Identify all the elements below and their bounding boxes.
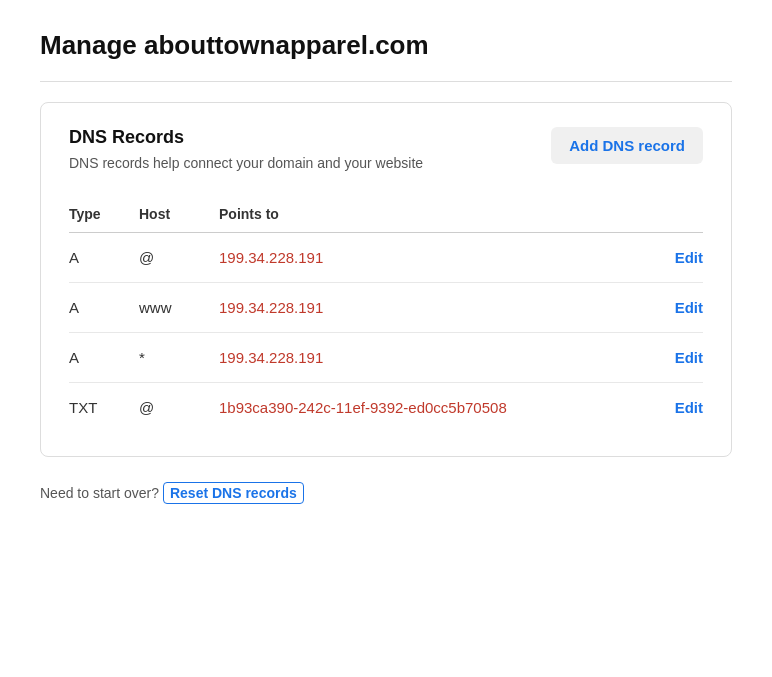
reset-dns-records-link[interactable]: Reset DNS records [163, 482, 304, 504]
cell-type: A [69, 332, 139, 382]
dns-table: Type Host Points to A@199.34.228.191Edit… [69, 198, 703, 432]
table-row: A@199.34.228.191Edit [69, 232, 703, 282]
col-header-action [660, 198, 703, 233]
edit-button[interactable]: Edit [675, 299, 703, 316]
cell-type: A [69, 282, 139, 332]
col-header-type: Type [69, 198, 139, 233]
edit-button[interactable]: Edit [675, 399, 703, 416]
cell-points-to: 199.34.228.191 [219, 332, 660, 382]
card-header-left: DNS Records DNS records help connect you… [69, 127, 423, 174]
card-description: DNS records help connect your domain and… [69, 154, 423, 174]
cell-points-to: 199.34.228.191 [219, 282, 660, 332]
col-header-points-to: Points to [219, 198, 660, 233]
page-title: Manage abouttownapparel.com [40, 30, 732, 61]
cell-host: * [139, 332, 219, 382]
cell-points-to: 199.34.228.191 [219, 232, 660, 282]
edit-button[interactable]: Edit [675, 249, 703, 266]
card-header: DNS Records DNS records help connect you… [69, 127, 703, 174]
cell-action: Edit [660, 382, 703, 432]
top-divider [40, 81, 732, 82]
cell-action: Edit [660, 282, 703, 332]
table-row: A*199.34.228.191Edit [69, 332, 703, 382]
table-header-row: Type Host Points to [69, 198, 703, 233]
cell-host: www [139, 282, 219, 332]
footer-section: Need to start over? Reset DNS records [40, 485, 732, 501]
cell-host: @ [139, 382, 219, 432]
add-dns-record-button[interactable]: Add DNS record [551, 127, 703, 164]
card-heading: DNS Records [69, 127, 423, 148]
dns-records-card: DNS Records DNS records help connect you… [40, 102, 732, 457]
cell-host: @ [139, 232, 219, 282]
cell-action: Edit [660, 332, 703, 382]
cell-type: TXT [69, 382, 139, 432]
footer-text: Need to start over? [40, 485, 159, 501]
edit-button[interactable]: Edit [675, 349, 703, 366]
col-header-host: Host [139, 198, 219, 233]
cell-type: A [69, 232, 139, 282]
cell-action: Edit [660, 232, 703, 282]
cell-points-to: 1b93ca390-242c-11ef-9392-ed0cc5b70508 [219, 382, 660, 432]
table-row: Awww199.34.228.191Edit [69, 282, 703, 332]
table-row: TXT@1b93ca390-242c-11ef-9392-ed0cc5b7050… [69, 382, 703, 432]
